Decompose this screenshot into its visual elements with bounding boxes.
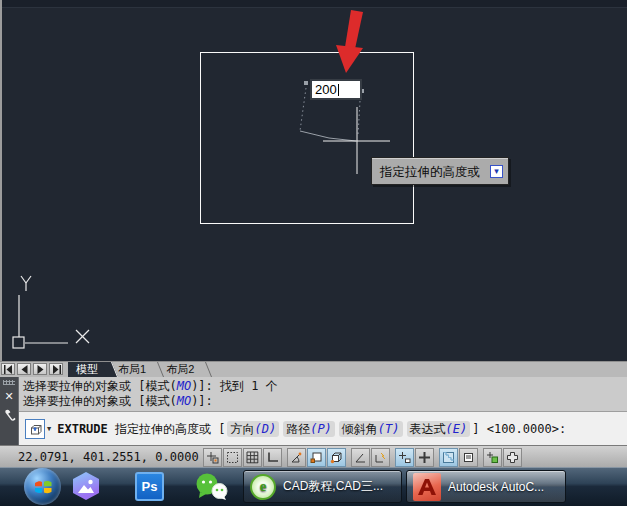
360-browser-icon: e	[250, 474, 276, 500]
command-panel-rail: ✕	[0, 377, 19, 445]
tooltip-more-options-icon[interactable]: ▾	[490, 165, 503, 178]
layout-tab-bar: 模型 布局1 布局2	[0, 361, 627, 378]
next-tab-button[interactable]	[33, 363, 47, 375]
drawing-entities	[0, 0, 627, 361]
last-tab-button[interactable]	[49, 363, 63, 375]
command-input-row[interactable]: ▼ EXTRUDE 指定拉伸的高度或 [方向(D)路径(P)倾斜角(T)表达式(…	[19, 411, 627, 446]
transparency-icon[interactable]	[439, 448, 458, 467]
dynamic-input-icon[interactable]	[395, 448, 414, 467]
extrude-height-tooltip: 指定拉伸的高度或 ▾	[371, 157, 509, 185]
active-command-name: EXTRUDE	[57, 422, 108, 436]
wechat-icon[interactable]	[194, 472, 229, 503]
annotation-monitor-icon[interactable]	[503, 448, 522, 467]
tooltip-text: 指定拉伸的高度或	[380, 165, 480, 179]
snap-mode-icon[interactable]	[203, 448, 222, 467]
selection-cycling-icon[interactable]	[483, 448, 502, 467]
window-left-edge	[0, 0, 2, 361]
command-line-panel: ✕ 选择要拉伸的对象或 [模式(MO)]: 找到 1 个 选择要拉伸的对象或 […	[0, 377, 627, 445]
grid-display-icon[interactable]	[243, 448, 262, 467]
windows-taskbar: Ps e CAD教程,CAD三... Autodesk AutoC...	[0, 467, 627, 506]
option-path[interactable]: 路径(P)	[283, 421, 335, 437]
rectangle-outline	[201, 53, 414, 224]
ortho-mode-icon[interactable]	[263, 448, 282, 467]
previous-tab-button[interactable]	[17, 363, 31, 375]
lineweight-icon[interactable]	[415, 448, 434, 467]
customize-wrench-icon[interactable]	[3, 409, 16, 422]
window-title: Autodesk AutoC...	[448, 480, 544, 494]
photoshop-icon[interactable]: Ps	[135, 472, 164, 501]
dynamic-ucs-icon[interactable]	[371, 448, 390, 467]
windows-logo-icon	[32, 476, 54, 498]
autocad-logo-icon	[413, 473, 441, 501]
option-taper-angle[interactable]: 倾斜角(T)	[339, 421, 403, 437]
option-expression[interactable]: 表达式(E)	[407, 421, 471, 437]
coordinate-readout: 22.0791, 401.2551, 0.0000	[0, 450, 203, 464]
command-history: 选择要拉伸的对象或 [模式(MO)]: 找到 1 个 选择要拉伸的对象或 [模式…	[19, 377, 627, 411]
ucs-icon	[13, 276, 89, 348]
option-direction[interactable]: 方向(D)	[227, 421, 279, 437]
drag-grip-icon[interactable]	[3, 380, 15, 385]
taskbar-window-browser[interactable]: e CAD教程,CAD三...	[243, 470, 402, 503]
tab-layout2[interactable]: 布局2	[158, 362, 206, 378]
status-bar: 22.0791, 401.2551, 0.0000	[0, 445, 627, 468]
polar-tracking-icon[interactable]	[287, 448, 306, 467]
taskbar-window-autocad[interactable]: Autodesk AutoC...	[406, 470, 566, 503]
model-space-canvas[interactable]: 200 指定拉伸的高度或 ▾	[0, 0, 627, 361]
red-arrow-annotation	[336, 10, 363, 73]
tab-layout1[interactable]: 布局1	[110, 362, 158, 378]
close-icon[interactable]: ✕	[4, 391, 13, 402]
tab-model[interactable]: 模型	[68, 362, 110, 378]
start-button[interactable]	[24, 468, 61, 505]
text-caret	[338, 84, 339, 96]
extrude-command-icon	[25, 419, 45, 439]
dynamic-input-field[interactable]: 200	[310, 79, 362, 100]
quick-properties-icon[interactable]	[459, 448, 478, 467]
history-line: 选择要拉伸的对象或 [模式(MO)]: 找到 1 个	[23, 379, 627, 394]
history-line: 选择要拉伸的对象或 [模式(MO)]:	[23, 394, 627, 409]
default-value: <100.0000>:	[479, 422, 566, 436]
object-snap-tracking-icon[interactable]	[351, 448, 370, 467]
recent-commands-dropdown-icon[interactable]: ▼	[47, 425, 51, 433]
window-title: CAD教程,CAD三...	[283, 478, 383, 495]
grid-snap-icon[interactable]	[223, 448, 242, 467]
object-snap-icon[interactable]	[307, 448, 326, 467]
photo-gallery-icon[interactable]	[73, 472, 99, 500]
prompt-text: 指定拉伸的高度或	[108, 421, 218, 438]
autocad-window: 200 指定拉伸的高度或 ▾ 模型 布局1 布局2 ✕	[0, 0, 627, 506]
first-tab-button[interactable]	[1, 363, 15, 375]
3d-object-snap-icon[interactable]	[327, 448, 346, 467]
dynamic-input-value: 200	[315, 82, 337, 97]
